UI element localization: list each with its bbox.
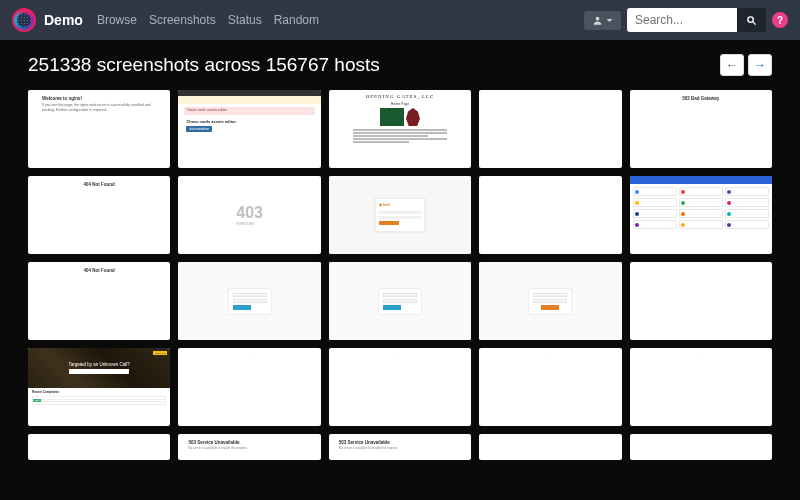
thumb-error-code: 403 [236,204,263,222]
pager-next-button[interactable]: → [748,54,772,76]
user-menu-button[interactable] [584,11,621,30]
search-form [627,8,766,32]
thumb-error: 404 Not Found [34,182,164,187]
screenshot-thumb[interactable] [479,176,621,254]
thumb-title: OPENING GATES, LLC [333,94,467,99]
screenshot-thumb[interactable]: · [630,348,772,426]
screenshot-thumb[interactable] [630,176,772,254]
brand-name[interactable]: Demo [44,12,83,28]
screenshot-thumb[interactable]: 404 Not Found [28,262,170,340]
thumb-heading: Chase cards assets editor [178,119,320,124]
screenshot-thumb[interactable] [479,90,621,168]
screenshot-thumb[interactable]: · [329,348,471,426]
app-logo[interactable] [12,8,36,32]
screenshot-thumb[interactable]: 503 Service UnavailableNo server is avai… [329,434,471,460]
page-title: 251338 screenshots across 156767 hosts [28,54,380,76]
thumb-logo: ◆ keh [379,202,421,207]
screenshot-thumb[interactable]: 503 Service UnavailableNo server is avai… [178,434,320,460]
user-icon [592,15,603,26]
screenshot-thumb[interactable]: · [178,348,320,426]
screenshot-thumb[interactable] [28,434,170,460]
search-input[interactable] [627,8,737,32]
screenshot-thumb[interactable]: DONATETargeted by an Unknown Call?Recent… [28,348,170,426]
thumb-alert: Chase cards assets editor [184,107,314,115]
caret-down-icon [606,17,613,24]
pager-prev-button[interactable]: ← [720,54,744,76]
thumb-error: 502 Bad Gateway [636,96,766,101]
thumb-hero-title: Targeted by an Unknown Call? [69,362,130,367]
nav-right: ? [584,8,788,32]
thumb-error: 404 Not Found [34,268,164,273]
screenshot-thumb[interactable] [630,434,772,460]
pager: ← → [720,54,772,76]
screenshot-thumb[interactable] [479,262,621,340]
screenshot-thumb[interactable]: OPENING GATES, LLCHome Page [329,90,471,168]
thumb-heading: Welcome to nginx! [42,96,156,101]
screenshot-thumb[interactable] [178,262,320,340]
svg-point-0 [596,16,600,20]
thumb-error-label: FORBIDDEN [236,222,263,226]
screenshot-thumb[interactable]: Welcome to nginx!If you see this page, t… [28,90,170,168]
screenshot-thumb[interactable]: ◆ keh [329,176,471,254]
screenshot-thumb[interactable] [479,434,621,460]
svg-point-1 [748,16,754,22]
thumb-section: Recent Complaints [32,390,166,394]
navbar: Demo Browse Screenshots Status Random ? [0,0,800,40]
screenshot-thumb[interactable]: 403FORBIDDEN [178,176,320,254]
header-row: 251338 screenshots across 156767 hosts ←… [28,54,772,76]
search-icon [746,15,757,26]
screenshot-thumb[interactable]: 404 Not Found [28,176,170,254]
screenshot-thumb[interactable]: 502 Bad Gateway [630,90,772,168]
thumb-subtitle: Home Page [333,102,467,106]
thumb-button: documentation [186,126,212,132]
screenshot-grid: Welcome to nginx!If you see this page, t… [28,90,772,426]
nav-browse[interactable]: Browse [97,13,137,27]
screenshot-thumb[interactable] [329,262,471,340]
search-button[interactable] [737,8,766,32]
thumb-badge: DONATE [153,351,167,355]
nav-screenshots[interactable]: Screenshots [149,13,216,27]
thumb-error: 503 Service Unavailable [188,440,310,445]
thumb-error: 503 Service Unavailable [339,440,461,445]
screenshot-thumb[interactable]: · [479,348,621,426]
help-icon[interactable]: ? [772,12,788,28]
thumb-text: If you see this page, the nginx web serv… [42,103,156,112]
screenshot-grid-partial: 503 Service UnavailableNo server is avai… [28,434,772,460]
content: 251338 screenshots across 156767 hosts ←… [0,40,800,474]
nav-links: Browse Screenshots Status Random [97,13,319,27]
svg-line-2 [753,21,756,24]
nav-status[interactable]: Status [228,13,262,27]
nav-random[interactable]: Random [274,13,319,27]
screenshot-thumb[interactable]: Chase cards assets editorChase cards ass… [178,90,320,168]
screenshot-thumb[interactable] [630,262,772,340]
